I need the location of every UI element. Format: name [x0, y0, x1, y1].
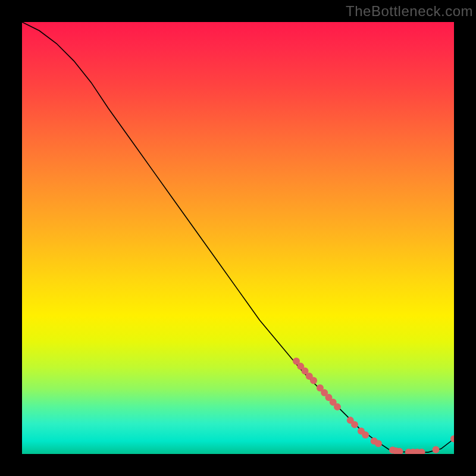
markers-group	[293, 358, 454, 454]
data-marker	[310, 377, 317, 384]
data-marker	[433, 446, 440, 453]
watermark-text: TheBottleneck.com	[346, 3, 473, 20]
plot-area	[22, 22, 454, 454]
data-marker	[375, 440, 382, 447]
data-marker	[362, 431, 369, 439]
data-marker	[334, 403, 341, 411]
data-marker	[351, 421, 358, 428]
curve-line	[22, 22, 454, 452]
chart-svg	[22, 22, 454, 454]
